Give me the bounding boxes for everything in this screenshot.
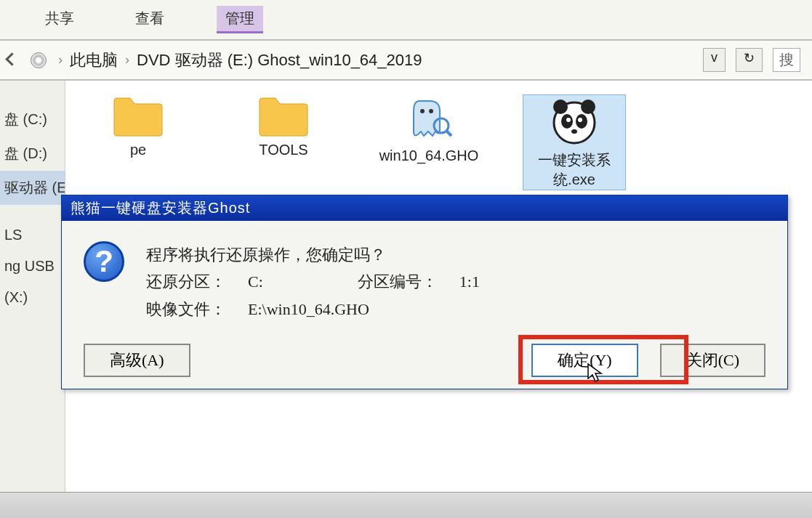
svg-point-5 (553, 100, 568, 114)
ribbon-tabs: 共享 查看 管理 (0, 0, 812, 41)
tab-manage[interactable]: 管理 (217, 6, 263, 33)
dialog-text: 程序将执行还原操作，您确定吗？ 还原分区： C: 分区编号： 1:1 映像文件：… (146, 241, 480, 323)
ghost-icon (405, 95, 453, 143)
svg-point-0 (420, 109, 425, 113)
breadcrumb-dropdown[interactable]: v (703, 48, 725, 72)
file-label: pe (130, 142, 146, 158)
file-item-gho[interactable]: win10_64.GHO (378, 95, 480, 164)
breadcrumb-drive[interactable]: DVD 驱动器 (E:) Ghost_win10_64_2019 (137, 49, 422, 71)
svg-point-10 (578, 118, 582, 122)
file-label: win10_64.GHO (379, 147, 479, 164)
svg-point-9 (566, 118, 571, 122)
taskbar (0, 492, 812, 518)
file-label: 一键安装系统.exe (523, 150, 625, 190)
back-icon[interactable] (4, 52, 20, 68)
sidebar-item (0, 205, 65, 219)
breadcrumb-sep: › (58, 52, 63, 68)
partition-label: 还原分区： (146, 268, 248, 295)
folder-icon (258, 95, 309, 137)
address-bar: › 此电脑 › DVD 驱动器 (E:) Ghost_win10_64_2019… (0, 41, 812, 81)
breadcrumb-this-pc[interactable]: 此电脑 (70, 49, 118, 71)
sidebar-item[interactable]: 驱动器 (E:) G (0, 171, 65, 205)
dialog-message: 程序将执行还原操作，您确定吗？ (146, 241, 480, 268)
refresh-button[interactable]: ↻ (736, 48, 763, 72)
partition-value: C: (248, 268, 263, 295)
partition-no-value: 1:1 (459, 268, 480, 295)
sidebar-item[interactable]: ng USB (0, 251, 65, 282)
sidebar-item[interactable]: (X:) (0, 282, 65, 313)
confirm-dialog: 熊猫一键硬盘安装器Ghost ? 程序将执行还原操作，您确定吗？ 还原分区： C… (61, 195, 788, 389)
partition-no-label: 分区编号： (358, 268, 459, 295)
svg-point-1 (429, 109, 433, 113)
folder-icon (113, 95, 164, 137)
dialog-title: 熊猫一键硬盘安装器Ghost (62, 195, 787, 221)
sidebar-item[interactable]: LS (0, 219, 65, 251)
question-icon: ? (84, 241, 124, 282)
tab-share[interactable]: 共享 (36, 6, 83, 33)
advanced-button[interactable]: 高级(A) (84, 344, 190, 377)
sidebar: 盘 (C:) 盘 (D:) 驱动器 (E:) G LS ng USB (X:) (0, 81, 65, 518)
svg-point-11 (571, 129, 577, 134)
close-button[interactable]: 关闭(C) (660, 344, 765, 377)
file-label: TOOLS (259, 142, 307, 158)
svg-point-6 (581, 100, 595, 114)
ok-button[interactable]: 确定(Y) (531, 344, 638, 377)
search-input[interactable]: 搜 (773, 48, 800, 72)
file-item-exe[interactable]: 一键安装系统.exe (523, 95, 625, 190)
sidebar-item[interactable]: 盘 (D:) (0, 137, 65, 171)
file-item-folder[interactable]: TOOLS (233, 95, 334, 158)
breadcrumb-sep: › (125, 52, 129, 68)
sidebar-item[interactable]: 盘 (C:) (0, 102, 65, 137)
disc-icon (31, 52, 47, 68)
svg-line-3 (446, 131, 451, 136)
image-label: 映像文件： (146, 296, 248, 323)
file-item-folder[interactable]: pe (87, 95, 189, 158)
panda-icon (549, 95, 600, 146)
image-value: E:\win10_64.GHO (248, 296, 369, 323)
tab-view[interactable]: 查看 (126, 6, 173, 33)
